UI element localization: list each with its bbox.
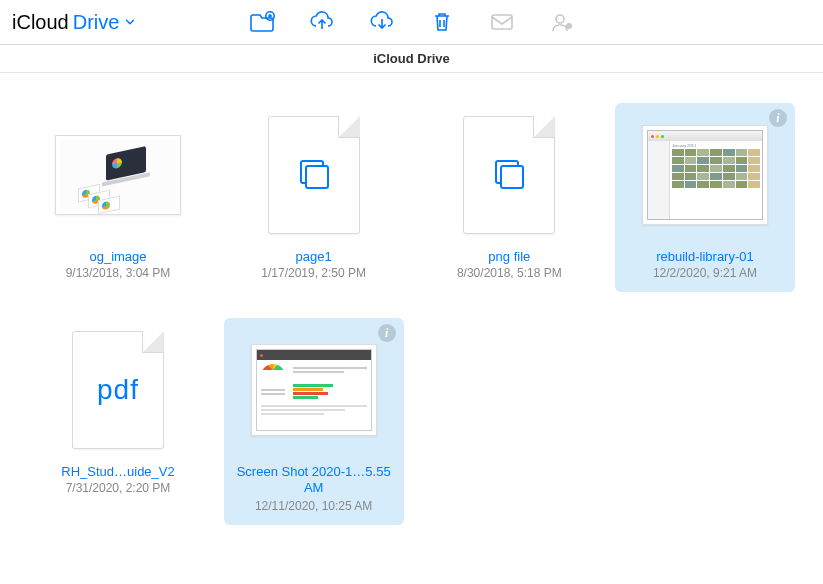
thumbnail: [249, 326, 379, 454]
thumbnail: January 2011: [640, 111, 770, 239]
file-item[interactable]: og_image 9/13/2018, 3:04 PM: [28, 103, 208, 292]
stack-icon: [294, 154, 334, 197]
file-date: 12/11/2020, 10:25 AM: [255, 499, 372, 513]
download-button[interactable]: [369, 10, 395, 34]
breadcrumb: iCloud Drive: [0, 45, 823, 73]
toolbar: iCloud Drive: [0, 0, 823, 45]
share-button: [549, 10, 575, 34]
email-button: [489, 10, 515, 34]
file-item[interactable]: i January 2011: [615, 103, 795, 292]
title-drive: Drive: [73, 11, 120, 34]
file-grid: og_image 9/13/2018, 3:04 PM page1 1/17/2…: [0, 73, 823, 555]
toolbar-actions: [249, 10, 575, 34]
file-date: 9/13/2018, 3:04 PM: [66, 266, 171, 280]
svg-rect-1: [492, 15, 512, 29]
image-preview: [55, 135, 181, 215]
svg-rect-5: [306, 166, 328, 188]
file-item[interactable]: page1 1/17/2019, 2:50 PM: [224, 103, 404, 292]
file-name: page1: [296, 249, 332, 264]
stack-icon: [489, 154, 529, 197]
file-date: 12/2/2020, 9:21 AM: [653, 266, 757, 280]
delete-button[interactable]: [429, 10, 455, 34]
file-date: 1/17/2019, 2:50 PM: [261, 266, 366, 280]
title-icloud: iCloud: [12, 11, 69, 34]
file-name: Screen Shot 2020-1…5.55 AM: [234, 464, 394, 497]
file-name: png file: [488, 249, 530, 264]
svg-rect-7: [501, 166, 523, 188]
app-title-dropdown[interactable]: iCloud Drive: [12, 11, 137, 34]
pdf-label: pdf: [97, 374, 139, 406]
thumbnail: [444, 111, 574, 239]
new-folder-button[interactable]: [249, 10, 275, 34]
document-icon: [268, 116, 360, 234]
info-button[interactable]: i: [378, 324, 396, 342]
file-item[interactable]: png file 8/30/2018, 5:18 PM: [419, 103, 599, 292]
file-date: 7/31/2020, 2:20 PM: [66, 481, 171, 495]
file-name: RH_Stud…uide_V2: [61, 464, 174, 479]
file-item[interactable]: pdf RH_Stud…uide_V2 7/31/2020, 2:20 PM: [28, 318, 208, 525]
thumbnail: [53, 111, 183, 239]
thumbnail: [249, 111, 379, 239]
file-date: 8/30/2018, 5:18 PM: [457, 266, 562, 280]
image-preview: January 2011: [642, 125, 768, 225]
file-item[interactable]: i Screen Shot 2020-1…5.55 AM 12/: [224, 318, 404, 525]
document-icon: [463, 116, 555, 234]
info-button[interactable]: i: [769, 109, 787, 127]
thumbnail: pdf: [53, 326, 183, 454]
document-icon: pdf: [72, 331, 164, 449]
file-name: og_image: [89, 249, 146, 264]
chevron-down-icon: [123, 15, 137, 29]
image-preview: [251, 344, 377, 436]
file-name: rebuild-library-01: [656, 249, 754, 264]
upload-button[interactable]: [309, 10, 335, 34]
breadcrumb-current: iCloud Drive: [373, 51, 450, 66]
svg-point-2: [556, 15, 564, 23]
